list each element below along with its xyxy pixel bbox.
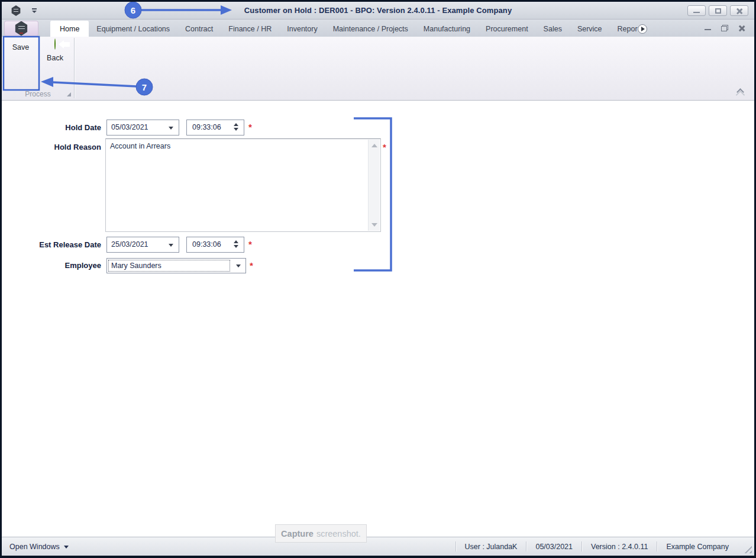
hold-reason-label: Hold Reason — [2, 143, 101, 152]
status-bar: Open Windows User : JulandaK 05/03/2021 … — [2, 537, 754, 556]
document-minimize-icon[interactable] — [705, 29, 711, 31]
ribbon-group-separator — [74, 38, 75, 98]
tab-contract[interactable]: Contract — [177, 21, 221, 37]
required-asterisk: * — [250, 260, 253, 270]
spin-down-icon[interactable] — [234, 245, 238, 248]
status-company: Example Company — [657, 543, 738, 551]
tab-sales[interactable]: Sales — [536, 21, 570, 37]
tab-scroll-right-button[interactable] — [638, 24, 647, 34]
tab-service[interactable]: Service — [570, 21, 610, 37]
hold-reason-textarea[interactable]: Account in Arrears — [105, 138, 381, 232]
hold-date-label: Hold Date — [2, 120, 101, 136]
group-dialog-launcher-icon[interactable] — [67, 92, 71, 96]
hold-time-spinner[interactable]: 09:33:06 — [186, 120, 244, 136]
employee-label: Employee — [2, 258, 101, 273]
spinner-arrows[interactable] — [234, 240, 238, 248]
ribbon-collapse-icon[interactable] — [736, 88, 744, 96]
save-button-label: Save — [5, 43, 36, 51]
save-button[interactable]: Save — [5, 39, 36, 51]
status-version: Version : 2.4.0.11 — [582, 543, 657, 551]
back-arrow-icon — [54, 38, 56, 50]
document-close-icon[interactable] — [738, 25, 745, 31]
app-window: Customer on Hold : DER001 - BPO: Version… — [0, 0, 756, 558]
tab-reporting-truncated[interactable]: Repor — [610, 21, 655, 37]
back-button-label: Back — [40, 54, 70, 62]
title-bar: Customer on Hold : DER001 - BPO: Version… — [2, 2, 754, 20]
required-asterisk: * — [248, 239, 252, 249]
ribbon-group-label: Process — [2, 90, 74, 98]
status-date: 05/03/2021 — [526, 543, 581, 551]
app-logo-icon — [15, 21, 28, 36]
minimize-button[interactable] — [687, 5, 706, 16]
window-controls — [687, 5, 748, 16]
close-icon — [736, 8, 742, 14]
form-workspace: Hold Date 05/03/2021 09:33:06 * Hold Rea… — [2, 101, 754, 537]
textarea-scrollbar[interactable] — [368, 140, 380, 231]
employee-combobox[interactable]: Mary Saunders — [106, 258, 246, 273]
tab-inventory[interactable]: Inventory — [279, 21, 325, 37]
required-asterisk: * — [248, 122, 252, 132]
triangle-right-icon — [641, 27, 645, 31]
dropdown-arrow-icon[interactable] — [169, 244, 173, 247]
maximize-icon — [715, 8, 721, 14]
spinner-arrows[interactable] — [234, 123, 238, 131]
minimize-icon — [693, 12, 700, 14]
triangle-down-icon — [64, 546, 69, 549]
tab-home[interactable]: Home — [50, 21, 89, 37]
status-cells: User : JulandaK 05/03/2021 Version : 2.4… — [455, 537, 738, 556]
dropdown-arrow-icon[interactable] — [236, 265, 241, 267]
window-title: Customer on Hold : DER001 - BPO: Version… — [2, 2, 754, 20]
est-release-time-spinner[interactable]: 09:33:06 — [186, 237, 244, 253]
tab-equipment-locations[interactable]: Equipment / Locations — [89, 21, 177, 37]
capture-screenshot-overlay: Capture screenshot. — [275, 524, 367, 543]
back-button[interactable]: Back — [40, 39, 70, 62]
spin-down-icon[interactable] — [234, 128, 238, 131]
tab-manufacturing[interactable]: Manufacturing — [416, 21, 478, 37]
tab-procurement[interactable]: Procurement — [478, 21, 536, 37]
ribbon-tab-row: Home Equipment / Locations Contract Fina… — [2, 20, 754, 37]
spin-up-icon[interactable] — [234, 123, 238, 126]
tab-finance-hr[interactable]: Finance / HR — [221, 21, 279, 37]
est-release-date-picker[interactable]: 25/03/2021 — [106, 237, 179, 253]
scroll-up-icon[interactable] — [371, 144, 377, 147]
est-release-date-label: Est Release Date — [2, 237, 101, 253]
resize-grip-icon[interactable] — [744, 545, 752, 553]
status-user: User : JulandaK — [456, 543, 526, 551]
ribbon-tabs: Home Equipment / Locations Contract Fina… — [50, 21, 671, 37]
dropdown-arrow-icon[interactable] — [169, 127, 173, 130]
document-restore-icon[interactable] — [721, 25, 728, 31]
ribbon-content: Save Back Process — [2, 37, 754, 101]
maximize-button[interactable] — [709, 5, 727, 16]
close-button[interactable] — [730, 5, 748, 16]
application-menu-button[interactable] — [4, 21, 38, 36]
spin-up-icon[interactable] — [234, 240, 238, 243]
open-windows-dropdown[interactable]: Open Windows — [9, 537, 69, 556]
required-asterisk: * — [383, 142, 386, 152]
document-window-controls — [705, 25, 745, 31]
scroll-down-icon[interactable] — [371, 223, 377, 227]
tab-maintenance-projects[interactable]: Maintenance / Projects — [325, 21, 416, 37]
hold-date-picker[interactable]: 05/03/2021 — [106, 120, 179, 136]
